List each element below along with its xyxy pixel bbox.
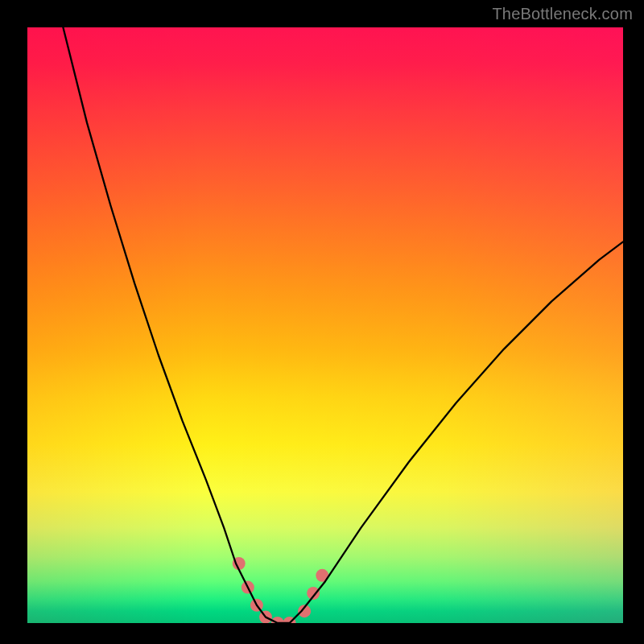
bottleneck-curve: [63, 27, 623, 623]
fit-marker: [316, 569, 328, 582]
curve-layer: [27, 27, 623, 623]
fit-marker: [242, 581, 254, 594]
fit-marker: [298, 605, 311, 617]
fit-marker: [233, 557, 246, 570]
marker-group: [233, 557, 329, 623]
fit-marker: [250, 599, 263, 612]
fit-marker: [271, 617, 284, 623]
fit-marker: [283, 617, 296, 623]
watermark-text: TheBottleneck.com: [492, 5, 633, 23]
chart-frame: TheBottleneck.com: [0, 0, 644, 644]
plot-area: [27, 27, 623, 623]
fit-marker: [259, 611, 272, 623]
fit-marker: [307, 587, 320, 600]
